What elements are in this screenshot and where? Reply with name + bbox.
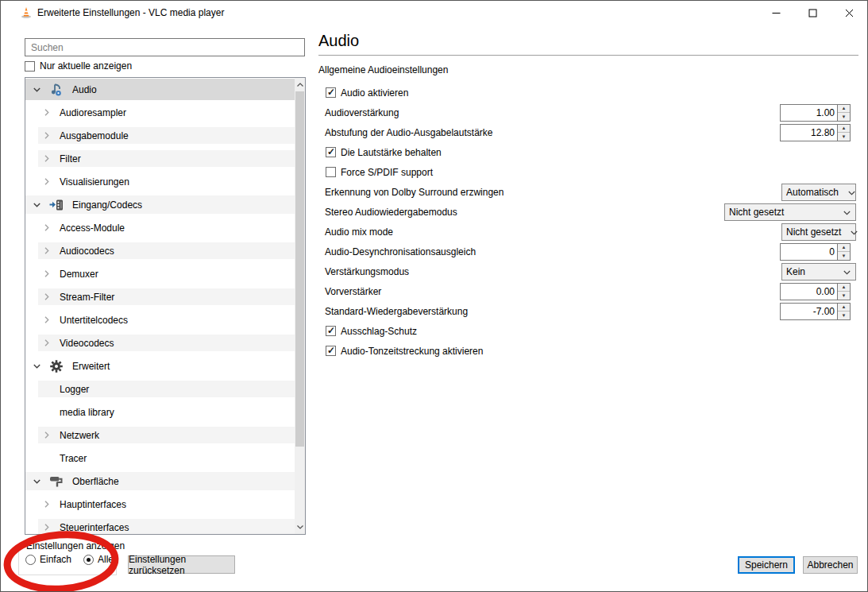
chevron-right-icon[interactable] <box>42 316 52 323</box>
tree-scrollbar[interactable] <box>295 78 305 534</box>
checkbox-audio-aktivieren[interactable]: Audio aktivieren <box>326 87 408 99</box>
titlebar: Erweiterte Einstellungen - VLC media pla… <box>1 1 867 25</box>
chevron-down-icon[interactable] <box>32 203 41 207</box>
tree-item-videocodecs[interactable]: Videocodecs <box>25 331 295 354</box>
tree-item-hauptinterfaces[interactable]: Hauptinterfaces <box>25 493 295 516</box>
chevron-right-icon[interactable] <box>42 155 52 162</box>
tree-item-erweitert[interactable]: Erweitert <box>25 354 295 377</box>
checkbox-unchecked-icon[interactable] <box>326 167 336 177</box>
audio-icon <box>48 82 64 98</box>
spinbox-value[interactable]: -7.00 <box>781 304 837 319</box>
setting-row: Audioverstärkung1.00 <box>318 103 856 122</box>
chevron-down-icon <box>851 226 858 238</box>
spin-up-icon[interactable] <box>838 284 850 292</box>
tree-item-label: Oberfläche <box>72 476 119 487</box>
spin-down-icon[interactable] <box>838 311 850 319</box>
checkbox-checked-icon[interactable] <box>326 147 336 157</box>
tree-item-stream-filter[interactable]: Stream-Filter <box>25 285 295 308</box>
chevron-right-icon[interactable] <box>42 224 52 231</box>
spin-up-icon[interactable] <box>838 125 850 133</box>
dropdown-stereo-audiowiedergabemodus[interactable]: Nicht gesetzt <box>724 203 856 221</box>
spinbox-value[interactable]: 1.00 <box>781 105 837 121</box>
spinbox-abstufung-der-audio-ausgabelautstärke[interactable]: 12.80 <box>780 124 851 141</box>
dropdown-audio-mix-mode[interactable]: Nicht gesetzt <box>781 223 856 241</box>
chevron-right-icon[interactable] <box>42 178 52 185</box>
minimize-button[interactable] <box>758 1 794 25</box>
tree-item-demuxer[interactable]: Demuxer <box>25 262 295 285</box>
chevron-down-icon <box>848 187 855 198</box>
chevron-down-icon[interactable] <box>32 87 41 92</box>
chevron-down-icon[interactable] <box>32 364 41 369</box>
chevron-right-icon[interactable] <box>42 270 52 277</box>
scroll-up-icon[interactable] <box>295 78 305 91</box>
chevron-down-icon[interactable] <box>32 479 41 484</box>
tree-item-logger[interactable]: Logger <box>25 377 295 400</box>
spin-up-icon[interactable] <box>838 244 850 252</box>
spin-down-icon[interactable] <box>838 132 850 141</box>
radio-all-label: Alle <box>98 554 114 565</box>
tree-item-oberfläche[interactable]: Oberfläche <box>25 470 295 493</box>
spinbox-audio-desynchronisationsausgleich[interactable]: 0 <box>780 243 851 261</box>
tree-item-access-module[interactable]: Access-Module <box>25 216 295 239</box>
spin-up-icon[interactable] <box>838 105 850 113</box>
checkbox-force-s-pdif-support[interactable]: Force S/PDIF support <box>326 167 433 178</box>
chevron-right-icon[interactable] <box>42 501 52 508</box>
dropdown-erkennung-von-dolby-surround-erzwingen[interactable]: Automatisch <box>781 184 856 201</box>
spinbox-vorverstärker[interactable]: 0.00 <box>780 283 851 300</box>
checkbox-checked-icon[interactable] <box>326 346 336 356</box>
show-only-current-checkbox[interactable]: Nur aktuelle anzeigen <box>25 60 132 72</box>
search-input[interactable] <box>25 38 305 56</box>
chevron-right-icon[interactable] <box>42 247 52 254</box>
spinbox-standard-wiedergabeverstärkung[interactable]: -7.00 <box>780 303 851 320</box>
setting-row: Audio-Tonzeitstreckung aktivieren <box>318 341 856 361</box>
spin-up-icon[interactable] <box>838 304 850 311</box>
tree-item-audioresampler[interactable]: Audioresampler <box>25 101 295 124</box>
tree-item-tracer[interactable]: Tracer <box>25 447 295 470</box>
spinbox-value[interactable]: 0 <box>781 244 837 260</box>
tree-item-eingang-codecs[interactable]: Eingang/Codecs <box>25 193 295 216</box>
checkbox-icon[interactable] <box>25 61 35 72</box>
chevron-right-icon[interactable] <box>42 339 52 346</box>
spin-down-icon[interactable] <box>838 291 850 300</box>
tree-item-netzwerk[interactable]: Netzwerk <box>25 424 295 447</box>
setting-label: Audio mix mode <box>325 226 393 238</box>
tree-item-media-library[interactable]: media library <box>25 400 295 424</box>
tree-item-label: Audio <box>72 84 97 95</box>
radio-all[interactable] <box>83 555 94 565</box>
checkbox-audio-tonzeitstreckung-aktivieren[interactable]: Audio-Tonzeitstreckung aktivieren <box>326 346 483 357</box>
dropdown-verstärkungsmodus[interactable]: Kein <box>781 263 856 281</box>
tree-item-audio[interactable]: Audio <box>25 78 295 101</box>
tree-item-visualisierungen[interactable]: Visualisierungen <box>25 170 295 193</box>
filter-checkbox-label: Nur aktuelle anzeigen <box>40 60 132 72</box>
maximize-button[interactable] <box>794 1 831 25</box>
chevron-right-icon[interactable] <box>42 132 52 139</box>
chevron-right-icon[interactable] <box>42 431 52 439</box>
checkbox-checked-icon[interactable] <box>326 326 336 336</box>
chevron-right-icon[interactable] <box>42 524 52 531</box>
spin-down-icon[interactable] <box>838 251 850 260</box>
spinbox-audioverstärkung[interactable]: 1.00 <box>780 104 851 122</box>
advanced-icon <box>48 358 64 374</box>
radio-simple[interactable] <box>25 555 36 565</box>
reset-settings-button[interactable]: Einstellungen zurücksetzen <box>128 555 235 574</box>
checkbox-ausschlag-schutz[interactable]: Ausschlag-Schutz <box>326 326 417 337</box>
tree-item-ausgabemodule[interactable]: Ausgabemodule <box>25 124 295 147</box>
chevron-right-icon[interactable] <box>42 109 52 116</box>
close-button[interactable] <box>831 1 867 25</box>
cancel-button[interactable]: Abbrechen <box>803 556 858 574</box>
scrollbar-thumb[interactable] <box>295 91 304 447</box>
spinbox-value[interactable]: 12.80 <box>781 125 837 141</box>
checkbox-die-lautstärke-behalten[interactable]: Die Lautstärke behalten <box>326 147 442 158</box>
tree-item-audiocodecs[interactable]: Audiocodecs <box>25 239 295 262</box>
spin-down-icon[interactable] <box>838 112 850 121</box>
checkbox-checked-icon[interactable] <box>326 87 336 98</box>
chevron-right-icon[interactable] <box>42 293 52 300</box>
tree-item-filter[interactable]: Filter <box>25 147 295 170</box>
input-codecs-icon <box>48 197 64 213</box>
scroll-down-icon[interactable] <box>295 520 305 534</box>
title-divider <box>318 55 858 56</box>
spinbox-value[interactable]: 0.00 <box>781 284 837 300</box>
tree-item-steuerinterfaces[interactable]: Steuerinterfaces <box>25 516 295 535</box>
save-button[interactable]: Speichern <box>738 556 795 574</box>
tree-item-untertitelcodecs[interactable]: Untertitelcodecs <box>25 308 295 331</box>
